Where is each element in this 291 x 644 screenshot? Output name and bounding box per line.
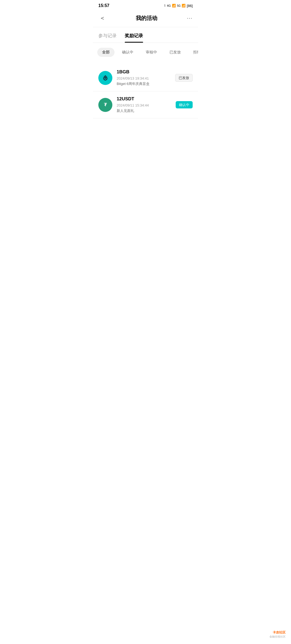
reward-info-1: 1BGB 2024/09/13 19:34:41 Bitget 6周年庆典盲盒 xyxy=(117,69,171,86)
more-button[interactable]: ··· xyxy=(187,15,193,21)
reward-name-1: 1BGB xyxy=(117,69,171,75)
reward-item: 1BGB 2024/09/13 19:34:41 Bitget 6周年庆典盲盒 … xyxy=(93,64,198,91)
reward-item-2: ₮ 12USDT 2024/09/11 15:34:44 新人见面礼 确认中 xyxy=(93,91,198,118)
status-bar: 15:57 ⌇ 4G 📶 5G 📶 [86] xyxy=(93,0,198,10)
reward-icon-usdt: ₮ xyxy=(98,98,112,112)
page-title: 我的活动 xyxy=(106,15,187,22)
reward-icon-bitget xyxy=(98,71,112,85)
status-badge-confirming: 确认中 xyxy=(176,101,193,108)
header: ＜ 我的活动 ··· xyxy=(93,10,198,27)
reward-status-1: 已发放 xyxy=(175,75,193,80)
reward-name-2: 12USDT xyxy=(117,96,171,102)
svg-text:₮: ₮ xyxy=(104,102,107,107)
battery-icon: [86] xyxy=(187,4,193,8)
signal-icon-2: 📶 xyxy=(172,4,176,8)
reward-date-1: 2024/09/13 19:34:41 xyxy=(117,76,171,80)
status-badge-released: 已发放 xyxy=(175,74,193,82)
tabs-container: 参与记录 奖励记录 xyxy=(93,27,198,43)
signal-icon-4: 📶 xyxy=(182,4,186,8)
signal-icon: ⌇ xyxy=(164,4,166,8)
reward-date-2: 2024/09/11 15:34:44 xyxy=(117,103,171,107)
tab-reward[interactable]: 奖励记录 xyxy=(125,33,143,43)
reward-info-2: 12USDT 2024/09/11 15:34:44 新人见面礼 xyxy=(117,96,171,113)
back-button[interactable]: ＜ xyxy=(98,13,106,23)
filter-all[interactable]: 全部 xyxy=(97,48,115,57)
status-icons: ⌇ 4G 📶 5G 📶 [86] xyxy=(164,4,193,8)
tab-participation[interactable]: 参与记录 xyxy=(98,33,117,43)
reward-desc-2: 新人见面礼 xyxy=(117,108,171,113)
signal-icon-3: 5G xyxy=(177,4,181,7)
status-time: 15:57 xyxy=(98,3,109,8)
filter-released[interactable]: 已发放 xyxy=(165,48,186,57)
filter-rejected[interactable]: 拒绝 xyxy=(188,48,198,57)
filter-container: 全部 确认中 审核中 已发放 拒绝 xyxy=(93,43,198,62)
reward-list: 1BGB 2024/09/13 19:34:41 Bitget 6周年庆典盲盒 … xyxy=(93,62,198,121)
wifi-icon: 4G xyxy=(167,4,171,7)
filter-reviewing[interactable]: 审核中 xyxy=(141,48,162,57)
reward-desc-1: Bitget 6周年庆典盲盒 xyxy=(117,81,171,86)
filter-confirming[interactable]: 确认中 xyxy=(117,48,138,57)
reward-status-2: 确认中 xyxy=(176,102,193,107)
